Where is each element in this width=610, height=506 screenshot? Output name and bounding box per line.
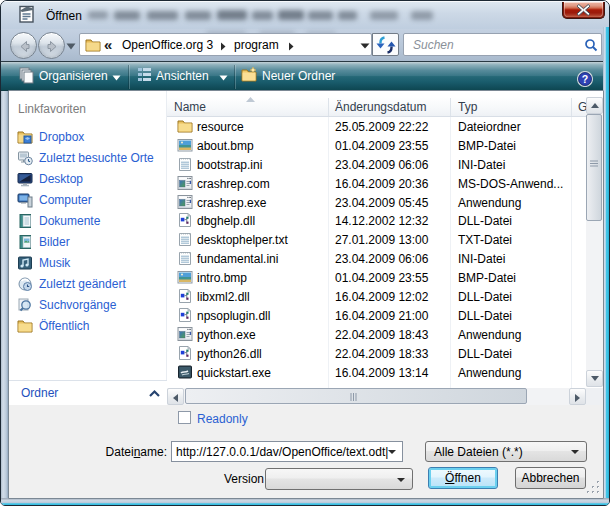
svg-text:?: ? [582, 73, 588, 85]
